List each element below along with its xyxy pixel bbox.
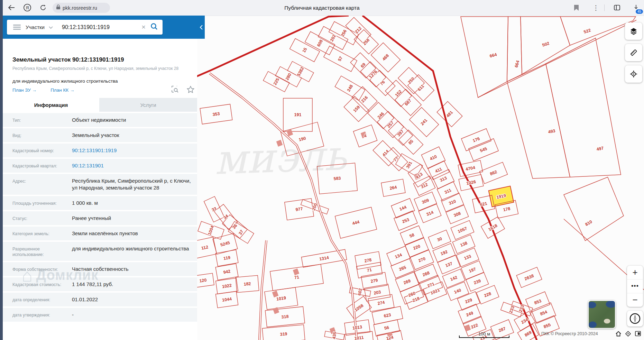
- parcel-label[interactable]: 1044: [222, 296, 232, 303]
- parcel-label[interactable]: 664: [514, 60, 521, 68]
- reload-icon[interactable]: [39, 3, 48, 12]
- tab-services[interactable]: Услуги: [99, 98, 197, 112]
- more-options-button[interactable]: •••: [627, 279, 643, 293]
- plan-kk-link[interactable]: План КК →: [50, 88, 74, 93]
- parcel-label[interactable]: 319: [280, 331, 287, 337]
- parcel-label[interactable]: 34: [222, 213, 229, 220]
- menu-icon[interactable]: [13, 25, 21, 30]
- parcel-label[interactable]: 664: [489, 52, 497, 59]
- parcel-label[interactable]: 260: [408, 291, 416, 298]
- parcel-label[interactable]: 56: [384, 325, 390, 331]
- parcel-label[interactable]: 414: [381, 149, 390, 158]
- yandex-browser-icon[interactable]: Я: [23, 3, 32, 12]
- layers-button[interactable]: [625, 22, 642, 40]
- parcel-label[interactable]: 30: [436, 236, 443, 242]
- parcel-label[interactable]: 36: [231, 223, 238, 230]
- parcel-label[interactable]: 274: [377, 300, 385, 306]
- parcel-label[interactable]: 1314: [319, 255, 329, 262]
- parcel-outline[interactable]: [507, 17, 522, 82]
- parcel-label[interactable]: 545: [479, 146, 488, 154]
- basemap-preview[interactable]: [588, 300, 616, 329]
- parcel-label[interactable]: 314: [426, 210, 434, 217]
- parcel-label[interactable]: 810: [584, 219, 593, 227]
- parcel-label[interactable]: 192: [440, 249, 449, 257]
- parcel-label[interactable]: 602: [357, 288, 363, 296]
- parcel-label[interactable]: 608: [316, 39, 324, 47]
- cadastral-map[interactable]: 3531560820225621225857538228022569468127…: [197, 16, 644, 340]
- parcel-label[interactable]: 159: [352, 105, 361, 113]
- parcel-label[interactable]: 239: [473, 278, 482, 286]
- parcel-label[interactable]: 257: [386, 120, 395, 129]
- info-row-value-link[interactable]: 90:12:131901:1919: [72, 147, 192, 154]
- parcel-label[interactable]: 112: [201, 245, 209, 251]
- parcel-label[interactable]: 278: [364, 257, 372, 263]
- parcel-label[interactable]: 229: [464, 297, 473, 305]
- home-icon[interactable]: [616, 331, 621, 338]
- parcel-label[interactable]: 1058: [354, 303, 365, 312]
- parcel-label[interactable]: 269: [403, 278, 412, 286]
- parcel-label[interactable]: 1004: [207, 225, 215, 236]
- parcel-label[interactable]: 133: [463, 254, 472, 261]
- parcel-label[interactable]: 280: [285, 72, 292, 81]
- parcel-label[interactable]: 318: [281, 314, 289, 320]
- parcel-label[interactable]: 71: [294, 275, 300, 280]
- parcel-label[interactable]: 197: [468, 267, 477, 274]
- parcel-label[interactable]: 256: [340, 29, 348, 37]
- clear-search-icon[interactable]: ×: [141, 23, 146, 31]
- preview-document-icon[interactable]: [172, 86, 179, 94]
- parcel-label[interactable]: 312: [420, 182, 429, 190]
- parcel-label[interactable]: 502: [542, 41, 550, 48]
- parcel-label[interactable]: 77: [393, 156, 399, 163]
- plan-zu-link[interactable]: План ЗУ →: [12, 88, 37, 93]
- parcel-label[interactable]: 241: [420, 118, 429, 127]
- parcel-label[interactable]: 308: [453, 211, 462, 218]
- bookmark-icon[interactable]: [572, 3, 581, 12]
- tabs-panel-icon[interactable]: [612, 3, 621, 12]
- parcel-label[interactable]: 853: [534, 298, 542, 306]
- parcel-label[interactable]: 37: [238, 229, 244, 236]
- parcel-label[interactable]: 222: [470, 323, 479, 330]
- parcel-label[interactable]: 250: [407, 76, 416, 85]
- parcel-outline[interactable]: [560, 17, 636, 45]
- parcel-label[interactable]: 410: [429, 154, 438, 162]
- parcel-label[interactable]: 182: [243, 281, 251, 287]
- parcel-label[interactable]: 862: [489, 169, 498, 177]
- parcel-label[interactable]: 253: [402, 217, 410, 224]
- parcel-label[interactable]: 311: [444, 187, 452, 195]
- info-row-value-link[interactable]: 90:12:131901: [72, 162, 192, 169]
- parcel-label[interactable]: 855: [543, 322, 552, 330]
- parcel-label[interactable]: 313: [439, 175, 448, 183]
- parcel-label[interactable]: 497: [596, 146, 604, 152]
- parcel-label[interactable]: 142: [450, 275, 458, 282]
- parcel-label[interactable]: 977: [295, 206, 303, 212]
- parcel-label[interactable]: 583: [333, 176, 341, 181]
- parcel-label[interactable]: 623: [383, 312, 391, 319]
- parcel-label[interactable]: 279: [370, 278, 378, 284]
- downloads-icon[interactable]: 45: [632, 3, 641, 12]
- parcel-label[interactable]: 33: [211, 206, 218, 213]
- parcel-label[interactable]: 481: [445, 110, 454, 119]
- parcel-label[interactable]: 391: [405, 160, 413, 169]
- parcel-label[interactable]: 265: [398, 265, 407, 272]
- parcel-label[interactable]: 1022: [222, 283, 232, 289]
- parcel-label[interactable]: 353: [212, 111, 220, 117]
- center-marker-icon[interactable]: [625, 331, 631, 338]
- parcel-label[interactable]: 397: [396, 129, 405, 138]
- parcel-label[interactable]: 1013: [352, 324, 362, 331]
- parcel-label[interactable]: 137: [445, 261, 453, 268]
- tab-information[interactable]: Информация: [3, 98, 99, 112]
- search-type-select[interactable]: Участки: [26, 24, 45, 30]
- parcel-label[interactable]: 1021: [430, 287, 440, 295]
- parcel-label[interactable]: 5245: [220, 240, 231, 248]
- menu-kebab-icon[interactable]: ⋮: [591, 3, 600, 12]
- parcel-label[interactable]: 138: [460, 241, 468, 248]
- search-input[interactable]: 90:12:131901:1919: [62, 24, 141, 30]
- parcel-label[interactable]: 2638: [524, 273, 534, 281]
- parcel-label[interactable]: 435: [331, 331, 337, 339]
- locate-target-button[interactable]: [625, 65, 642, 83]
- parcel-label[interactable]: 264: [389, 185, 397, 191]
- search-icon[interactable]: [150, 23, 158, 31]
- parcel-label[interactable]: 203: [374, 290, 381, 295]
- parcel-label[interactable]: 233: [508, 305, 515, 314]
- parcel-label[interactable]: 270: [418, 256, 426, 264]
